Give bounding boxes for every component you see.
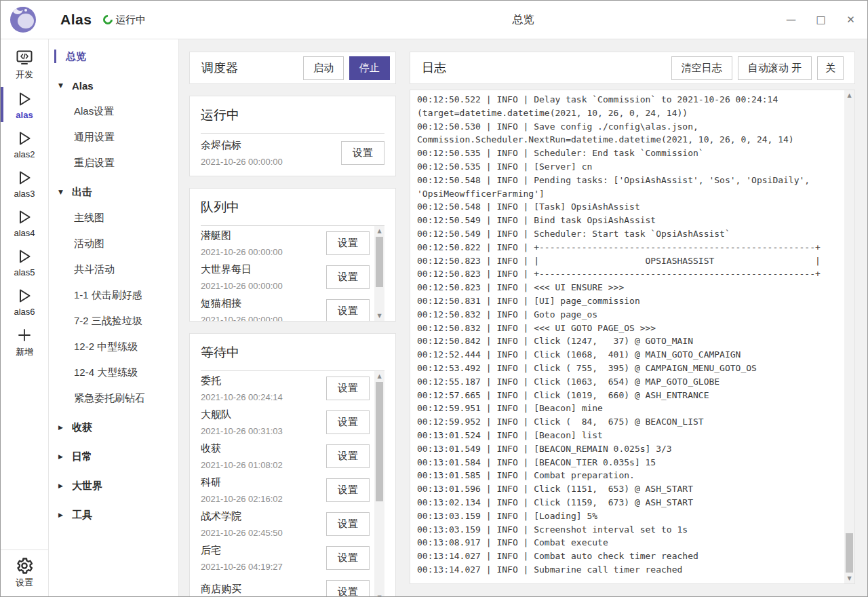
task-setting-button[interactable]: 设置 [326,546,370,570]
scrollbar-down-icon[interactable]: ▼ [374,311,384,321]
log-line: 00:12:59.951 | INFO | [Beacon] mine [417,402,840,415]
sidebar-item-label: alas6 [14,307,35,317]
scrollbar-up-icon[interactable]: ▲ [374,371,384,381]
sidebar-item-add[interactable]: 新增 [1,321,48,362]
gear-icon [15,556,34,575]
log-line: 00:12:50.549 | INFO | Bind task OpsiAshA… [417,214,840,227]
list-scrollbar[interactable]: ▲ ▼ [374,226,384,321]
log-line: 00:12:50.832 | INFO | <<< UI GOTO PAGE_O… [417,322,840,335]
nav-item[interactable]: 紧急委托刷钻石 [49,385,178,411]
nav-item-label: 1-1 伏击刷好感 [74,289,142,302]
scheduler-column: 调度器 启动 停止 运行中 余烬信标 2021-10-26 00:00:00 设… [179,39,406,596]
nav-item-label: 重启设置 [74,157,115,170]
nav-item[interactable]: 活动图 [49,231,178,256]
task-row: 科研 2021-10-26 02:16:02 设置 [201,473,384,507]
play-icon [15,208,34,227]
task-setting-button[interactable]: 设置 [326,377,370,400]
log-content: 00:12:50.522 | INFO | Delay task `Commis… [417,93,840,581]
section-title: 等待中 [201,343,384,371]
nav-group[interactable]: ▶ 日常 [49,444,178,469]
log-panel: 00:12:50.522 | INFO | Delay task `Commis… [410,90,855,584]
nav-item[interactable]: 7-2 三战捡垃圾 [49,308,178,334]
nav-item[interactable]: 通用设置 [49,124,178,150]
list-scrollbar[interactable]: ▲ ▼ [374,371,384,596]
nav-group[interactable]: ▶ 工具 [49,502,178,528]
scrollbar-down-icon[interactable]: ▼ [374,592,384,596]
task-row: 后宅 2021-10-26 04:19:27 设置 [201,541,384,575]
task-setting-button[interactable]: 设置 [341,141,384,165]
scrollbar-up-icon[interactable]: ▲ [374,226,384,236]
task-setting-button[interactable]: 设置 [326,410,370,434]
settings-section: 设置 [1,550,48,596]
running-spinner-icon [101,13,115,26]
nav-group[interactable]: ▶ 大世界 [49,473,178,499]
nav-group-label: Alas [72,80,94,92]
task-setting-button[interactable]: 设置 [326,299,370,322]
nav-item[interactable]: 重启设置 [49,150,178,176]
nav-item-label: 总览 [66,50,86,63]
clear-log-button[interactable]: 清空日志 [671,56,732,80]
task-setting-button[interactable]: 设置 [326,512,370,536]
nav-menu: 总览 ▼ Alas Alas设置 通用设置 重启设置 ▼ 出击 主线图 活动图 … [49,39,179,596]
sidebar-item-alas[interactable]: alas [1,85,48,124]
task-setting-button[interactable]: 设置 [326,265,370,289]
sidebar-item-dev[interactable]: 开发 [1,43,48,85]
nav-item[interactable]: 12-2 中型练级 [49,334,178,360]
task-name: 余烬信标 [201,139,341,152]
sidebar-item-alas2[interactable]: alas2 [1,124,48,163]
play-icon [15,168,34,187]
plus-icon [15,326,34,345]
scrollbar-thumb[interactable] [846,533,853,573]
nav-item[interactable]: 总览 [49,43,178,69]
autoscroll-off-button[interactable]: 关 [817,56,844,80]
sidebar-item-label: 新增 [16,346,33,358]
task-next-run-time: 2021-10-26 00:31:03 [201,426,326,436]
sidebar-item-alas4[interactable]: alas4 [1,203,48,242]
nav-item-label: 通用设置 [74,131,115,144]
scheduler-status-label: 运行中 [115,14,146,26]
scrollbar-thumb[interactable] [376,237,383,287]
scrollbar-down-icon[interactable]: ▼ [844,573,854,583]
log-line: 00:13:01.524 | INFO | [Beacon] list [417,429,840,442]
task-row: 大舰队 2021-10-26 00:31:03 设置 [201,405,384,439]
sidebar-item-alas3[interactable]: alas3 [1,163,48,203]
nav-group[interactable]: ▼ 出击 [49,179,178,205]
sidebar-item-label: 设置 [16,577,33,589]
nav-item-label: Alas设置 [74,105,114,118]
log-scrollbar[interactable]: ▲ ▼ [844,90,854,583]
nav-item[interactable]: 主线图 [49,205,178,231]
scheduler-start-button[interactable]: 启动 [303,56,344,80]
task-setting-button[interactable]: 设置 [326,444,370,468]
task-row: 短猫相接 2021-10-26 00:00:00 设置 [201,294,384,321]
maximize-button[interactable]: □ [815,14,827,26]
sidebar-item-label: alas5 [14,267,35,277]
scrollbar-up-icon[interactable]: ▲ [844,90,854,100]
scrollbar-thumb[interactable] [376,382,383,501]
sidebar-item-alas5[interactable]: alas5 [1,242,48,282]
log-line: 00:12:50.822 | INFO | +-----------------… [417,241,840,254]
nav-item-label: 12-2 中型练级 [74,341,138,353]
minimize-button[interactable]: — [785,14,797,26]
scheduler-stop-button[interactable]: 停止 [349,56,390,80]
nav-item[interactable]: 共斗活动 [49,256,178,282]
nav-group-label: 收获 [72,421,92,434]
task-setting-button[interactable]: 设置 [326,580,370,597]
nav-item[interactable]: 1-1 伏击刷好感 [49,282,178,308]
nav-group[interactable]: ▶ 收获 [49,415,178,440]
autoscroll-on-button[interactable]: 自动滚动 开 [738,56,812,80]
close-button[interactable]: ✕ [845,14,856,26]
task-row: 潜艇图 2021-10-26 00:00:00 设置 [201,226,384,260]
sidebar-item-label: alas2 [14,149,35,159]
nav-item[interactable]: Alas设置 [49,98,178,124]
log-line: 00:13:01.549 | INFO | [BEACON_REMAIN 0.0… [417,442,840,456]
task-list: 余烬信标 2021-10-26 00:00:00 设置 [201,134,384,172]
nav-group[interactable]: ▼ Alas [49,73,178,98]
sidebar-item-alas6[interactable]: alas6 [1,282,48,321]
sidebar-item-settings[interactable]: 设置 [1,550,48,596]
nav-item[interactable]: 12-4 大型练级 [49,360,178,385]
log-line: 00:12:50.548 | INFO | [Task] OpsiAshAssi… [417,200,840,214]
sidebar-item-label: alas3 [14,189,35,199]
nav-item-label: 7-2 三战捡垃圾 [74,315,142,328]
task-setting-button[interactable]: 设置 [326,231,370,255]
task-setting-button[interactable]: 设置 [326,478,370,502]
